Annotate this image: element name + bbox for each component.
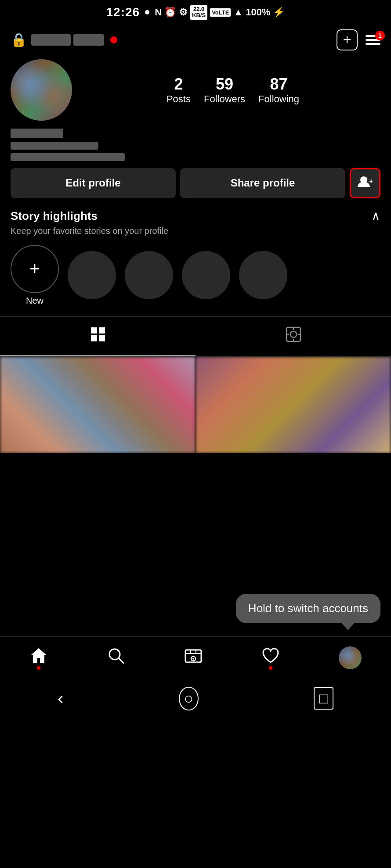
svg-point-7 (290, 331, 297, 337)
battery-percent: 100% (246, 7, 270, 18)
edit-profile-button[interactable]: Edit profile (11, 168, 176, 198)
posts-stat[interactable]: 2 Posts (167, 75, 191, 105)
profile-top: 2 Posts 59 Followers 87 Following (11, 59, 380, 121)
volte-indicator: VoLTE (210, 8, 231, 17)
svg-rect-4 (91, 335, 97, 341)
story-circle-3[interactable] (182, 251, 230, 299)
story-circle-2[interactable] (125, 251, 173, 299)
status-icons: N ⏰ ⚙ 22.0KB/S VoLTE ▲ 100% ⚡ (155, 5, 285, 20)
heart-icon (261, 646, 280, 669)
home-nav-button[interactable] (23, 644, 54, 671)
followers-stat[interactable]: 59 Followers (204, 75, 245, 105)
menu-line-3 (366, 43, 380, 45)
android-home-button[interactable]: ○ (173, 684, 205, 713)
add-square-icon: + (343, 32, 351, 48)
grid-icon (90, 326, 106, 346)
followers-label: Followers (204, 93, 245, 105)
profile-nav-button[interactable] (333, 644, 368, 672)
story-highlights-subtitle: Keep your favorite stories on your profi… (11, 226, 380, 236)
status-time: 12:26 (106, 5, 140, 19)
tagged-tab[interactable] (196, 317, 391, 356)
add-post-button[interactable]: + (337, 29, 358, 50)
action-buttons: Edit profile Share profile + (11, 168, 380, 198)
svg-rect-3 (99, 327, 105, 334)
svg-text:+: + (369, 177, 373, 185)
chevron-up-icon[interactable]: ∧ (371, 209, 380, 223)
switch-accounts-tooltip: Hold to switch accounts (236, 594, 380, 623)
profile-name-area (11, 129, 380, 161)
story-circle-1[interactable] (68, 251, 116, 299)
story-highlight-4[interactable] (239, 251, 287, 299)
home-icon (29, 646, 48, 669)
spacer-area (0, 453, 391, 585)
status-dot (145, 10, 149, 14)
story-circle-4[interactable] (239, 251, 287, 299)
svg-point-19 (192, 658, 194, 660)
back-button[interactable]: ‹ (51, 686, 69, 711)
menu-badge: 1 (375, 31, 385, 40)
story-highlight-3[interactable] (182, 251, 230, 299)
name-line-1 (11, 129, 63, 138)
header-left: 🔒 (11, 32, 117, 47)
reel-icon (184, 646, 203, 669)
post-thumb-2[interactable] (196, 357, 391, 453)
followers-count: 59 (216, 75, 233, 93)
share-profile-button[interactable]: Share profile (180, 168, 345, 198)
add-friend-button[interactable]: + (350, 168, 380, 198)
signal-bars: ▲ (233, 7, 243, 18)
nfc-icon: N (155, 7, 162, 18)
menu-button[interactable]: 1 (366, 35, 380, 45)
tag-icon (286, 326, 301, 346)
svg-line-13 (119, 658, 123, 663)
svg-rect-2 (91, 327, 97, 334)
posts-label: Posts (167, 93, 191, 105)
following-count: 87 (270, 75, 288, 93)
home-active-dot (37, 666, 40, 670)
bottom-nav (0, 636, 391, 675)
posts-grid (0, 357, 391, 453)
following-stat[interactable]: 87 Following (258, 75, 299, 105)
story-highlights-title: Story highlights (11, 209, 98, 223)
name-line-3 (11, 153, 125, 161)
tooltip-text: Hold to switch accounts (248, 602, 368, 615)
search-icon (107, 646, 125, 669)
story-new-label: New (26, 296, 43, 306)
grid-tab[interactable] (0, 317, 196, 356)
story-highlight-2[interactable] (125, 251, 173, 299)
svg-rect-5 (99, 335, 105, 341)
header-nav: 🔒 + 1 (0, 25, 391, 55)
back-icon: ‹ (58, 689, 63, 708)
android-home-icon: ○ (179, 687, 199, 710)
story-new-circle[interactable]: + (11, 245, 59, 293)
profile-stats: 2 Posts 59 Followers 87 Following (85, 75, 380, 105)
profile-nav-avatar (339, 646, 362, 669)
story-circles-row: + New (11, 245, 380, 309)
name-line-2 (11, 142, 98, 150)
add-person-icon: + (358, 176, 373, 191)
search-nav-button[interactable] (101, 644, 131, 671)
story-new-item[interactable]: + New (11, 245, 59, 306)
profile-section: 2 Posts 59 Followers 87 Following Edit p… (0, 55, 391, 198)
alarm-icon: ⏰ (164, 7, 176, 18)
tooltip-container: Hold to switch accounts (0, 594, 391, 623)
story-highlights-section: Story highlights ∧ Keep your favorite st… (0, 209, 391, 309)
recents-button[interactable]: □ (308, 685, 340, 712)
username-placeholder-1 (31, 34, 71, 46)
battery-icon: ⚡ (273, 7, 285, 18)
avatar-image (11, 59, 72, 121)
post-image-1 (0, 357, 196, 453)
profile-avatar[interactable] (11, 59, 72, 121)
post-thumb-1[interactable] (0, 357, 196, 453)
reels-nav-button[interactable] (178, 644, 209, 671)
header-right: + 1 (337, 29, 380, 50)
bluetooth-icon: ⚙ (179, 7, 188, 18)
notification-dot (110, 36, 117, 43)
nav-avatar-image (339, 646, 362, 669)
status-bar: 12:26 N ⏰ ⚙ 22.0KB/S VoLTE ▲ 100% ⚡ (0, 0, 391, 25)
story-highlight-1[interactable] (68, 251, 116, 299)
speed-indicator: 22.0KB/S (190, 5, 207, 20)
activity-nav-button[interactable] (255, 644, 286, 671)
story-new-plus-icon: + (29, 259, 40, 279)
post-image-2 (196, 357, 391, 453)
recents-icon: □ (314, 687, 333, 710)
